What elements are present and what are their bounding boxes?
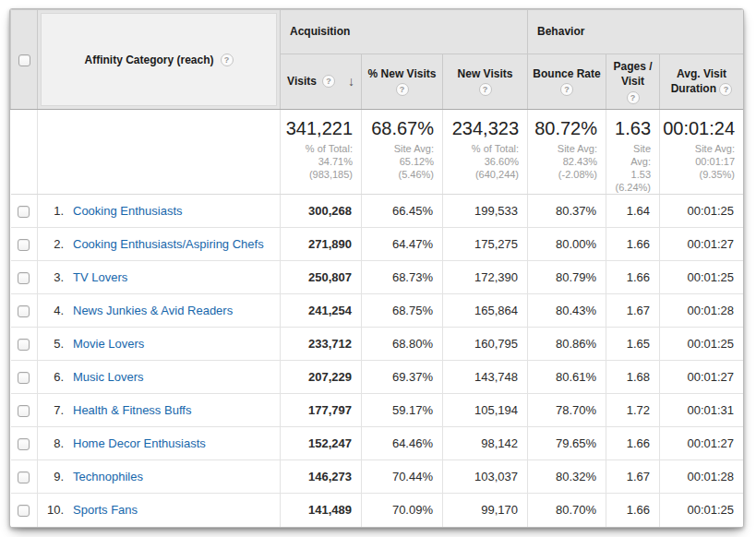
column-header-pages-per-visit[interactable]: Pages / Visit ? xyxy=(606,54,660,109)
help-icon[interactable]: ? xyxy=(479,83,492,96)
help-icon[interactable]: ? xyxy=(719,83,732,96)
row-index: 2. xyxy=(38,237,64,251)
new-visits-cell: 199,533 xyxy=(443,195,528,228)
category-cell: 3.TV Lovers xyxy=(38,261,281,294)
table-row: 8.Home Decor Enthusiasts 152,247 64.46% … xyxy=(11,427,744,460)
category-cell: 2.Cooking Enthusiasts/Aspiring Chefs xyxy=(38,228,281,261)
category-cell: 1.Cooking Enthusiasts xyxy=(38,195,281,228)
column-header-new-visits[interactable]: New Visits ? xyxy=(443,54,528,109)
summary-subtext: % of Total: 36.60% (640,244) xyxy=(443,142,519,181)
table-row: 4.News Junkies & Avid Readers 241,254 68… xyxy=(11,294,744,328)
row-checkbox-cell xyxy=(11,427,38,460)
summary-value: 00:01:24 xyxy=(660,118,735,139)
help-icon[interactable]: ? xyxy=(322,75,335,88)
bounce-rate-cell: 80.43% xyxy=(528,294,606,328)
row-checkbox-cell xyxy=(11,361,38,394)
row-checkbox[interactable] xyxy=(18,206,30,218)
table-row: 5.Movie Lovers 233,712 68.80% 160,795 80… xyxy=(11,328,744,361)
summary-value: 1.63 xyxy=(606,118,651,139)
row-checkbox[interactable] xyxy=(18,272,30,284)
help-icon[interactable]: ? xyxy=(221,54,234,66)
visits-cell: 207,229 xyxy=(281,361,362,394)
table-row: 2.Cooking Enthusiasts/Aspiring Chefs 271… xyxy=(11,228,744,261)
column-label: Avg. Visit Duration xyxy=(671,67,726,95)
category-link[interactable]: Music Lovers xyxy=(73,370,144,384)
row-checkbox-cell xyxy=(11,228,38,261)
category-link[interactable]: TV Lovers xyxy=(73,270,127,284)
summary-value: 68.67% xyxy=(362,118,434,139)
column-header-pct-new-visits[interactable]: % New Visits ? xyxy=(362,54,443,109)
avg-duration-cell: 00:01:27 xyxy=(660,427,744,460)
category-link[interactable]: Cooking Enthusiasts/Aspiring Chefs xyxy=(73,237,264,251)
category-link[interactable]: Health & Fitness Buffs xyxy=(73,403,191,417)
avg-duration-cell: 00:01:27 xyxy=(660,361,744,394)
pages-per-visit-cell: 1.64 xyxy=(606,195,660,228)
row-checkbox-cell xyxy=(11,328,38,361)
summary-subtext: Site Avg: 00:01:17 (9.35%) xyxy=(660,142,735,181)
table-row: 1.Cooking Enthusiasts 300,268 66.45% 199… xyxy=(11,195,744,228)
pct-new-visits-cell: 68.73% xyxy=(362,261,443,294)
group-header-row: Affinity Category (reach) ? Acquisition … xyxy=(11,10,744,54)
bounce-rate-cell: 80.86% xyxy=(528,328,606,361)
pages-per-visit-cell: 1.67 xyxy=(606,460,660,494)
row-checkbox[interactable] xyxy=(18,239,30,251)
select-all-checkbox[interactable] xyxy=(18,54,30,66)
avg-duration-cell: 00:01:25 xyxy=(660,494,744,527)
category-link[interactable]: News Junkies & Avid Readers xyxy=(73,304,233,317)
row-checkbox[interactable] xyxy=(18,438,30,450)
avg-duration-cell: 00:01:28 xyxy=(660,460,744,494)
visits-cell: 141,489 xyxy=(281,494,362,527)
summary-value: 80.72% xyxy=(528,118,597,139)
row-checkbox[interactable] xyxy=(18,405,30,417)
column-header-bounce-rate[interactable]: Bounce Rate ? xyxy=(528,54,606,109)
row-checkbox-cell xyxy=(11,261,38,294)
visits-cell: 146,273 xyxy=(281,460,362,494)
column-label: % New Visits xyxy=(368,67,437,80)
table-row: 10.Sports Fans 141,489 70.09% 99,170 80.… xyxy=(11,494,744,527)
category-cell: 8.Home Decor Enthusiasts xyxy=(38,427,281,460)
pct-new-visits-cell: 64.47% xyxy=(362,228,443,261)
pct-new-visits-cell: 70.09% xyxy=(362,494,443,527)
row-checkbox-cell xyxy=(11,294,38,328)
help-icon[interactable]: ? xyxy=(627,91,640,104)
bounce-rate-cell: 78.70% xyxy=(528,394,606,427)
summary-pct-new-visits-cell: 68.67% Site Avg: 65.12% (5.46%) xyxy=(362,110,443,195)
category-cell: 7.Health & Fitness Buffs xyxy=(38,394,281,427)
row-checkbox[interactable] xyxy=(18,505,30,517)
category-link[interactable]: Sports Fans xyxy=(73,503,138,517)
row-index: 10. xyxy=(38,503,64,517)
category-cell: 10.Sports Fans xyxy=(38,494,281,527)
table-row: 9.Technophiles 146,273 70.44% 103,037 80… xyxy=(11,460,744,494)
row-checkbox[interactable] xyxy=(18,471,30,483)
help-icon[interactable]: ? xyxy=(560,83,573,96)
summary-subtext: Site Avg: 1.53 (6.24%) xyxy=(606,142,651,194)
summary-value: 234,323 xyxy=(443,118,519,139)
category-link[interactable]: Home Decor Enthusiasts xyxy=(73,436,206,450)
visits-cell: 300,268 xyxy=(281,195,362,228)
category-link[interactable]: Technophiles xyxy=(73,470,143,483)
row-index: 9. xyxy=(38,470,64,483)
row-checkbox-cell xyxy=(11,394,38,427)
category-cell: 4.News Junkies & Avid Readers xyxy=(38,294,281,328)
column-label: Bounce Rate xyxy=(533,67,600,80)
summary-empty-cell xyxy=(38,110,281,195)
dimension-header-label: Affinity Category (reach) xyxy=(84,54,213,66)
row-checkbox-cell xyxy=(11,460,38,494)
new-visits-cell: 175,275 xyxy=(443,228,528,261)
category-link[interactable]: Cooking Enthusiasts xyxy=(73,204,183,218)
group-label: Acquisition xyxy=(290,25,350,38)
row-checkbox[interactable] xyxy=(18,339,30,351)
column-header-avg-visit-duration[interactable]: Avg. Visit Duration ? xyxy=(660,54,744,109)
column-header-visits[interactable]: Visits ? ↓ xyxy=(281,54,362,109)
row-index: 3. xyxy=(38,270,64,284)
summary-visits-cell: 341,221 % of Total: 34.71% (983,185) xyxy=(281,110,362,195)
summary-avg-duration-cell: 00:01:24 Site Avg: 00:01:17 (9.35%) xyxy=(660,110,744,195)
row-index: 6. xyxy=(38,370,64,384)
row-checkbox[interactable] xyxy=(18,372,30,384)
row-checkbox[interactable] xyxy=(18,305,30,317)
help-icon[interactable]: ? xyxy=(396,83,409,96)
avg-duration-cell: 00:01:25 xyxy=(660,261,744,294)
column-label: Pages / Visit xyxy=(612,59,654,89)
summary-subtext: % of Total: 34.71% (983,185) xyxy=(281,142,353,181)
category-link[interactable]: Movie Lovers xyxy=(73,337,144,351)
